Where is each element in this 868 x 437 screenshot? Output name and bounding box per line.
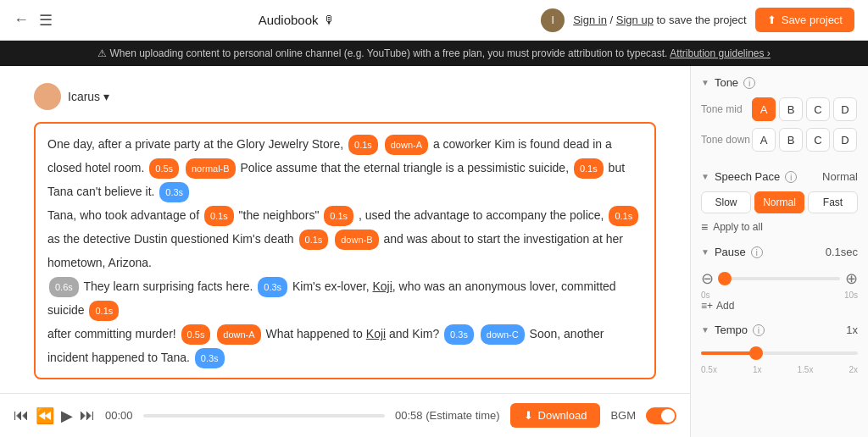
tag-01[interactable]: 0.1s	[348, 135, 378, 155]
tone-down-b-button[interactable]: B	[779, 128, 803, 152]
toggle-slider	[646, 407, 676, 424]
tone-collapse-icon[interactable]: ▼	[701, 78, 709, 87]
bottom-bar: ⏮ ⏪ ▶ ⏭ 00:00 00:58 (Estimate time) ⬇ Do…	[0, 393, 690, 437]
apply-all-button[interactable]: ≡ Apply to all	[701, 220, 858, 234]
tag-01s-6[interactable]: 0.1s	[299, 230, 329, 250]
progress-bar[interactable]	[143, 414, 385, 418]
pace-slow-button[interactable]: Slow	[701, 191, 751, 213]
tag-down-c[interactable]: down-C	[481, 324, 525, 345]
sign-up-link[interactable]: Sign up	[616, 14, 654, 26]
banner-text: ⚠ When uploading content to personal onl…	[97, 47, 667, 59]
tag-01s-7[interactable]: 0.1s	[89, 301, 119, 321]
tone-mid-buttons: A B C D	[752, 97, 857, 121]
tone-down-row: Tone down A B C D	[701, 128, 858, 152]
speech-pace-value: Normal	[822, 170, 858, 183]
tempo-slider[interactable]	[701, 345, 858, 362]
pause-controls: ⊖ ⊕	[701, 267, 858, 290]
tag-01s-2[interactable]: 0.1s	[574, 158, 604, 179]
attribution-banner: ⚠ When uploading content to personal onl…	[0, 41, 868, 66]
avatar: I	[541, 8, 565, 32]
tag-05s-2[interactable]: 0.5s	[181, 324, 211, 345]
speech-pace-header: ▼ Speech Pace i Normal	[701, 170, 858, 183]
download-icon: ⬇	[524, 409, 533, 422]
tempo-section: ▼ Tempo i 1x 0.5x 1x 1.5x 2x	[701, 324, 858, 374]
pause-info-icon[interactable]: i	[751, 246, 763, 258]
tone-mid-c-button[interactable]: C	[806, 97, 830, 121]
tone-mid-d-button[interactable]: D	[833, 97, 857, 121]
sign-link[interactable]: Sign in / Sign up to save the project	[573, 14, 747, 26]
download-button[interactable]: ⬇ Download	[510, 403, 601, 428]
pause-slider[interactable]	[719, 270, 840, 287]
play-button[interactable]: ▶	[61, 407, 73, 425]
pause-max-label: 10s	[844, 290, 858, 300]
tag-03s-2[interactable]: 0.3s	[258, 277, 287, 297]
dropdown-arrow-icon[interactable]: ▾	[103, 90, 109, 103]
menu-button[interactable]: ☰	[39, 11, 53, 30]
pace-info-icon[interactable]: i	[785, 171, 797, 183]
header-right: I Sign in / Sign up to save the project …	[541, 8, 854, 32]
back-button[interactable]: ←	[14, 11, 29, 29]
tag-down-b[interactable]: down-B	[335, 230, 378, 250]
header: ← ☰ Audiobook 🎙 I Sign in / Sign up to s…	[0, 0, 868, 41]
tempo-thumb[interactable]	[749, 346, 763, 360]
pace-fast-button[interactable]: Fast	[808, 191, 858, 213]
user-name: Icarus ▾	[68, 90, 109, 103]
tempo-max-label: 2x	[849, 365, 858, 374]
skip-back-start-button[interactable]: ⏮	[14, 407, 29, 424]
pause-thumb[interactable]	[718, 272, 732, 285]
add-pause-button[interactable]: ≡+ Add	[701, 300, 858, 312]
editor-content: Icarus ▾ One day, after a private party …	[0, 66, 690, 393]
apply-all-icon: ≡	[701, 220, 708, 234]
pace-collapse-icon[interactable]: ▼	[701, 172, 709, 181]
pause-value: 0.1sec	[826, 246, 858, 258]
sign-in-link[interactable]: Sign in	[573, 14, 607, 26]
tone-info-icon[interactable]: i	[743, 77, 755, 89]
pause-minus-button[interactable]: ⊖	[701, 269, 714, 288]
tag-down-a-2[interactable]: down-A	[217, 324, 260, 345]
pause-collapse-icon[interactable]: ▼	[701, 247, 709, 257]
tone-mid-row: Tone mid A B C D	[701, 97, 858, 121]
speech-pace-label: Speech Pace	[715, 170, 780, 183]
tag-normal-b[interactable]: normal-B	[186, 158, 236, 179]
add-pause-label: Add	[716, 300, 734, 312]
attribution-link[interactable]: Attribution guidelines ›	[670, 47, 771, 59]
skip-forward-button[interactable]: ⏭	[80, 407, 95, 424]
tempo-collapse-icon[interactable]: ▼	[701, 325, 709, 335]
tag-03s-4[interactable]: 0.3s	[195, 348, 225, 368]
tone-section: ▼ Tone i Tone mid A B C D Tone down A B …	[701, 76, 858, 158]
tag-03s-3[interactable]: 0.3s	[444, 324, 474, 345]
pause-labels: 0s 10s	[701, 290, 858, 300]
pause-plus-button[interactable]: ⊕	[845, 269, 858, 288]
tone-down-c-button[interactable]: C	[806, 128, 830, 152]
estimate-time: 00:58 (Estimate time)	[395, 409, 500, 422]
tempo-labels: 0.5x 1x 1.5x 2x	[701, 365, 858, 374]
tag-down-a-1[interactable]: down-A	[385, 135, 428, 155]
tempo-min-label: 0.5x	[701, 365, 717, 374]
tone-down-a-button[interactable]: A	[752, 128, 776, 152]
tempo-info-icon[interactable]: i	[753, 324, 765, 336]
pace-normal-button[interactable]: Normal	[754, 191, 804, 213]
tempo-track	[701, 351, 858, 355]
text-block[interactable]: One day, after a private party at the Gl…	[34, 122, 656, 379]
tone-mid-b-button[interactable]: B	[779, 97, 803, 121]
tag-01s-5[interactable]: 0.1s	[609, 206, 638, 226]
tag-03s[interactable]: 0.3s	[159, 182, 189, 202]
user-avatar	[34, 83, 61, 110]
header-center: Audiobook 🎙	[259, 13, 336, 27]
header-left: ← ☰	[14, 11, 53, 30]
skip-back-button[interactable]: ⏪	[36, 407, 54, 425]
save-project-button[interactable]: ⬆ Save project	[755, 8, 854, 32]
tag-01s-3[interactable]: 0.1s	[204, 206, 234, 226]
tempo-mid-label: 1x	[753, 365, 762, 374]
tag-05s[interactable]: 0.5s	[149, 158, 179, 179]
tone-down-d-button[interactable]: D	[833, 128, 857, 152]
apply-all-label: Apply to all	[713, 221, 763, 233]
add-pause-icon: ≡+	[701, 300, 713, 312]
tempo-value: 1x	[846, 324, 858, 336]
pause-label: Pause	[715, 246, 746, 258]
tone-mid-a-button[interactable]: A	[752, 97, 776, 121]
tag-01s-4[interactable]: 0.1s	[324, 206, 353, 226]
pause-track	[719, 277, 840, 280]
tag-06s[interactable]: 0.6s	[49, 277, 79, 297]
bgm-toggle[interactable]	[646, 407, 676, 424]
